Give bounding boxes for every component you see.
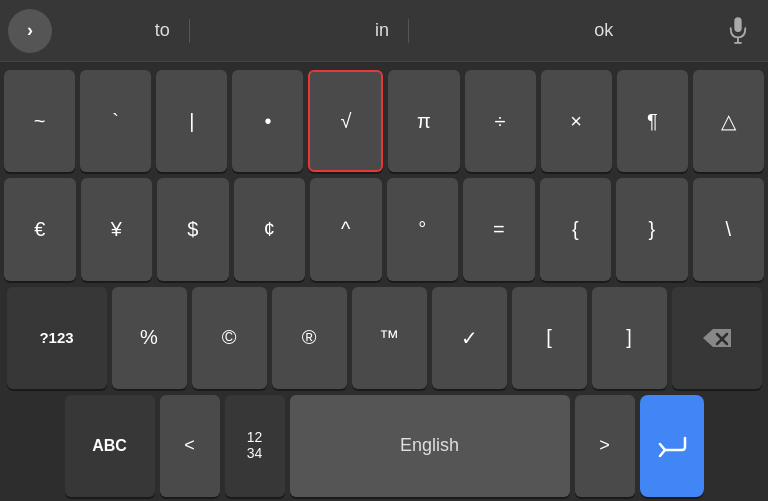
key-open-bracket[interactable]: [ bbox=[512, 287, 587, 389]
key-registered[interactable]: ® bbox=[272, 287, 347, 389]
suggestion-item-2[interactable]: in bbox=[355, 20, 409, 41]
svg-rect-0 bbox=[734, 17, 741, 32]
key-row-1: ~ ` | • √ π ÷ × ¶ △ bbox=[4, 70, 764, 172]
key-less-than[interactable]: < bbox=[160, 395, 220, 497]
suggestion-item-1[interactable]: to bbox=[135, 20, 190, 41]
key-close-brace[interactable]: } bbox=[616, 178, 688, 280]
key-123[interactable]: ?123 bbox=[7, 287, 107, 389]
key-row-2: € ¥ $ ¢ ^ ° = { } \ bbox=[4, 178, 764, 280]
key-row-4: ABC < 12 34 English > bbox=[4, 395, 764, 497]
enter-button[interactable] bbox=[640, 395, 704, 497]
key-euro[interactable]: € bbox=[4, 178, 76, 280]
spacebar-button[interactable]: English bbox=[290, 395, 570, 497]
key-multiply[interactable]: × bbox=[541, 70, 612, 172]
key-row-3: ?123 % © ® ™ ✓ [ ] bbox=[4, 287, 764, 389]
key-backslash[interactable]: \ bbox=[693, 178, 765, 280]
key-yen[interactable]: ¥ bbox=[81, 178, 153, 280]
key-degree[interactable]: ° bbox=[387, 178, 459, 280]
key-pilcrow[interactable]: ¶ bbox=[617, 70, 688, 172]
key-copyright[interactable]: © bbox=[192, 287, 267, 389]
key-numbers-stacked[interactable]: 12 34 bbox=[225, 395, 285, 497]
backspace-button[interactable] bbox=[672, 287, 762, 389]
backspace-icon bbox=[701, 327, 733, 349]
key-open-brace[interactable]: { bbox=[540, 178, 612, 280]
key-triangle[interactable]: △ bbox=[693, 70, 764, 172]
key-sqrt[interactable]: √ bbox=[308, 70, 383, 172]
key-abc[interactable]: ABC bbox=[65, 395, 155, 497]
key-divide[interactable]: ÷ bbox=[465, 70, 536, 172]
microphone-button[interactable] bbox=[716, 9, 760, 53]
key-bullet[interactable]: • bbox=[232, 70, 303, 172]
key-pi[interactable]: π bbox=[388, 70, 459, 172]
key-trademark[interactable]: ™ bbox=[352, 287, 427, 389]
key-cent[interactable]: ¢ bbox=[234, 178, 306, 280]
chevron-right-icon: › bbox=[27, 20, 33, 41]
expand-suggestions-button[interactable]: › bbox=[8, 9, 52, 53]
suggestion-bar: › to in ok bbox=[0, 0, 768, 62]
suggestion-item-3[interactable]: ok bbox=[574, 20, 633, 41]
microphone-icon bbox=[727, 17, 749, 45]
key-backtick[interactable]: ` bbox=[80, 70, 151, 172]
suggestion-list: to in ok bbox=[52, 20, 716, 41]
key-tilde[interactable]: ~ bbox=[4, 70, 75, 172]
key-pipe[interactable]: | bbox=[156, 70, 227, 172]
key-checkmark[interactable]: ✓ bbox=[432, 287, 507, 389]
key-dollar[interactable]: $ bbox=[157, 178, 229, 280]
key-equals[interactable]: = bbox=[463, 178, 535, 280]
key-caret[interactable]: ^ bbox=[310, 178, 382, 280]
enter-icon bbox=[657, 435, 687, 457]
key-close-bracket[interactable]: ] bbox=[592, 287, 667, 389]
key-greater-than[interactable]: > bbox=[575, 395, 635, 497]
keyboard: ~ ` | • √ π ÷ × ¶ △ € ¥ $ ¢ ^ ° = { } \ … bbox=[0, 62, 768, 501]
key-percent[interactable]: % bbox=[112, 287, 187, 389]
